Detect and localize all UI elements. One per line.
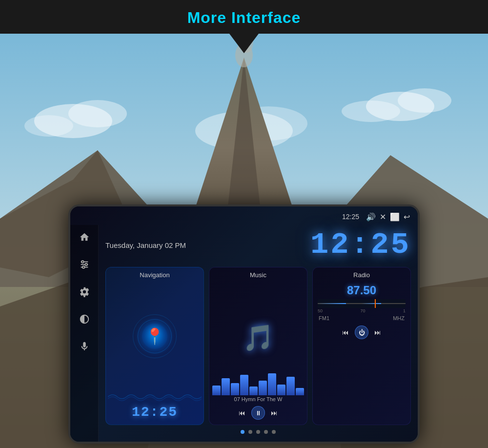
svg-point-23 xyxy=(85,264,87,266)
next-track-button[interactable]: ⏭ xyxy=(271,409,278,417)
svg-point-3 xyxy=(24,115,73,137)
radio-label-50: 50 xyxy=(318,308,323,313)
radio-tuner xyxy=(318,299,406,308)
nav-glow: 📍 xyxy=(135,317,174,356)
background-area: 12:25 🔊 ✕ ⬜ ↩ xyxy=(0,34,488,448)
content-area: Tuesday, January 02 PM 12:25 Navigation xyxy=(99,225,418,442)
music-bar-7 xyxy=(268,373,276,395)
radio-tuner-labels: 50 70 1 xyxy=(313,308,410,314)
radio-unit-label: MHZ xyxy=(393,315,405,321)
music-controls: ⏮ ⏸ ⏭ xyxy=(209,403,307,425)
window-icon[interactable]: ⬜ xyxy=(390,212,400,222)
date-text: Tuesday, January 02 PM xyxy=(105,241,186,249)
svg-point-2 xyxy=(68,100,127,127)
main-clock: 12:25 xyxy=(310,230,411,260)
dot-3[interactable] xyxy=(256,430,260,434)
status-icons: 🔊 ✕ ⬜ ↩ xyxy=(366,212,410,222)
status-bar: 12:25 🔊 ✕ ⬜ ↩ xyxy=(70,206,418,225)
cards-row: Navigation 📍 xyxy=(105,267,411,425)
sidebar-sliders-icon[interactable] xyxy=(77,257,92,272)
nav-clock: 12:25 xyxy=(106,402,203,425)
radio-tuner-marker xyxy=(375,299,376,308)
sidebar-settings-icon[interactable] xyxy=(77,285,92,299)
screen: 12:25 🔊 ✕ ⬜ ↩ xyxy=(70,206,418,442)
sidebar-home-icon[interactable] xyxy=(77,230,92,244)
radio-label-90: 1 xyxy=(403,308,406,313)
navigation-card[interactable]: Navigation 📍 xyxy=(105,267,204,425)
music-bar-8 xyxy=(277,385,285,395)
down-arrow xyxy=(229,34,259,53)
dot-2[interactable] xyxy=(248,430,252,434)
close-icon[interactable]: ✕ xyxy=(380,212,386,222)
radio-card-title: Radio xyxy=(313,267,410,281)
radio-band-label: FM1 xyxy=(319,315,329,321)
music-note-icon: 🎵 xyxy=(243,323,274,353)
radio-next-button[interactable]: ⏭ xyxy=(374,328,381,336)
page-title: More Interface xyxy=(0,9,488,27)
radio-prev-button[interactable]: ⏮ xyxy=(342,328,349,336)
music-bar-3 xyxy=(231,383,239,395)
music-bar-4 xyxy=(240,375,248,395)
svg-point-6 xyxy=(342,101,400,122)
header: More Interface xyxy=(0,0,488,34)
datetime-row: Tuesday, January 02 PM 12:25 xyxy=(105,230,411,260)
device-frame: 12:25 🔊 ✕ ⬜ ↩ xyxy=(68,204,420,444)
music-icon-area: 🎵 xyxy=(209,281,307,395)
sidebar-contrast-icon[interactable] xyxy=(77,312,92,326)
page-dots xyxy=(105,425,411,437)
radio-label-70: 70 xyxy=(360,308,365,313)
play-pause-button[interactable]: ⏸ xyxy=(251,406,265,420)
nav-pin-icon: 📍 xyxy=(145,327,164,346)
nav-icon-area: 📍 xyxy=(106,281,203,392)
music-card-title: Music xyxy=(209,267,307,281)
music-bar-5 xyxy=(249,387,258,395)
radio-tuner-bar xyxy=(318,303,406,304)
main-content: Tuesday, January 02 PM 12:25 Navigation xyxy=(70,225,418,442)
prev-track-button[interactable]: ⏮ xyxy=(239,409,245,417)
music-bar-1 xyxy=(212,386,221,395)
dot-1[interactable] xyxy=(241,430,244,434)
radio-controls: ⏮ ⏻ ⏭ xyxy=(313,323,410,344)
svg-point-22 xyxy=(81,261,84,263)
svg-point-5 xyxy=(398,88,451,113)
back-icon[interactable]: ↩ xyxy=(404,212,410,222)
music-card[interactable]: Music xyxy=(209,267,307,425)
navigation-card-title: Navigation xyxy=(106,267,203,281)
music-bar-10 xyxy=(296,388,304,395)
music-bar-6 xyxy=(259,381,267,395)
radio-card[interactable]: Radio 87.50 50 70 1 xyxy=(312,267,411,425)
radio-power-button[interactable]: ⏻ xyxy=(355,326,368,339)
sidebar xyxy=(70,225,99,442)
music-bar-2 xyxy=(222,378,230,395)
svg-point-24 xyxy=(82,266,84,268)
radio-band: FM1 MHZ xyxy=(313,314,410,323)
music-bar-9 xyxy=(286,377,295,395)
song-name: 07 Hymn For The W xyxy=(209,395,307,403)
sidebar-mic-icon[interactable] xyxy=(77,339,92,354)
radio-frequency: 87.50 xyxy=(313,281,410,299)
volume-icon[interactable]: 🔊 xyxy=(366,212,376,222)
dot-4[interactable] xyxy=(264,430,268,434)
dot-5[interactable] xyxy=(272,430,276,434)
status-time: 12:25 xyxy=(342,213,359,221)
